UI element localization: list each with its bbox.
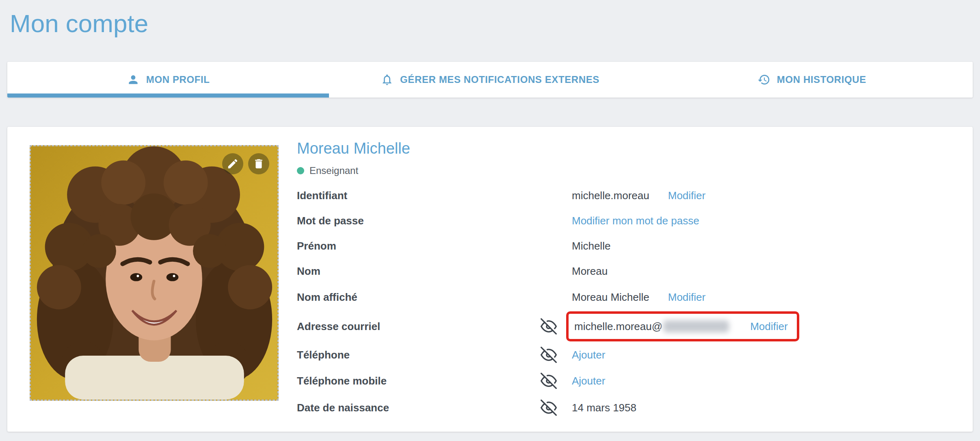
active-tab-indicator xyxy=(7,93,329,98)
add-telephone-link[interactable]: Ajouter xyxy=(572,349,605,361)
field-row-mot-de-passe: Mot de passe Modifier mon mot de passe xyxy=(297,208,947,233)
modify-display-name-link[interactable]: Modifier xyxy=(668,291,705,304)
visibility-off-icon xyxy=(541,400,572,416)
modify-identifiant-link[interactable]: Modifier xyxy=(668,189,705,202)
field-value: Moreau xyxy=(572,265,608,278)
field-row-identifiant: Identifiant michelle.moreau Modifier xyxy=(297,183,947,208)
tab-label: MON HISTORIQUE xyxy=(777,74,866,85)
field-value-email-user: michelle.moreau@ xyxy=(574,320,662,333)
annotation-highlight-box: michelle.moreau@ Modifier xyxy=(566,311,799,341)
field-label: Nom affiché xyxy=(297,291,541,304)
tab-notifications-externes[interactable]: GÉRER MES NOTIFICATIONS EXTERNES xyxy=(329,62,651,98)
field-value: 14 mars 1958 xyxy=(572,402,636,414)
field-label: Mot de passe xyxy=(297,215,541,227)
pencil-icon xyxy=(227,158,239,170)
field-value: michelle.moreau xyxy=(572,189,649,202)
field-label: Prénom xyxy=(297,240,541,252)
role-label: Enseignant xyxy=(309,165,358,176)
profile-display-name: Moreau Michelle xyxy=(297,140,410,157)
history-icon xyxy=(757,73,770,86)
field-label: Date de naissance xyxy=(297,402,541,414)
field-row-nom: Nom Moreau xyxy=(297,259,947,284)
tab-label: GÉRER MES NOTIFICATIONS EXTERNES xyxy=(400,74,599,85)
profile-card: Moreau Michelle Enseignant Identifiant m… xyxy=(7,127,973,432)
email-domain-redacted xyxy=(663,320,729,332)
profile-fields: Identifiant michelle.moreau Modifier Mot… xyxy=(297,183,947,421)
delete-photo-button[interactable] xyxy=(248,153,269,174)
tab-mon-historique[interactable]: MON HISTORIQUE xyxy=(651,62,973,98)
role-status-dot xyxy=(297,167,304,174)
field-row-date-naissance: Date de naissance 14 mars 1958 xyxy=(297,394,947,421)
visibility-off-icon xyxy=(541,373,572,389)
profile-photo xyxy=(30,145,279,401)
field-label: Téléphone mobile xyxy=(297,375,541,387)
tab-label: MON PROFIL xyxy=(146,74,210,85)
tab-bar: MON PROFIL GÉRER MES NOTIFICATIONS EXTER… xyxy=(7,62,973,98)
field-label: Nom xyxy=(297,265,541,278)
modify-email-link[interactable]: Modifier xyxy=(750,320,787,333)
field-label: Identifiant xyxy=(297,189,541,202)
field-row-prenom: Prénom Michelle xyxy=(297,233,947,259)
profile-role: Enseignant xyxy=(297,165,358,176)
field-label: Adresse courriel xyxy=(297,320,541,333)
visibility-off-icon xyxy=(541,347,572,363)
field-label: Téléphone xyxy=(297,349,541,361)
person-icon xyxy=(127,73,140,86)
field-row-telephone: Téléphone Ajouter xyxy=(297,342,947,367)
edit-photo-button[interactable] xyxy=(222,153,243,174)
add-mobile-link[interactable]: Ajouter xyxy=(572,375,605,387)
bell-icon xyxy=(381,73,394,86)
field-row-telephone-mobile: Téléphone mobile Ajouter xyxy=(297,367,947,394)
tab-mon-profil[interactable]: MON PROFIL xyxy=(7,62,329,98)
field-value: Moreau Michelle xyxy=(572,291,649,304)
portrait-image xyxy=(31,146,277,400)
modify-password-link[interactable]: Modifier mon mot de passe xyxy=(572,215,699,227)
field-row-adresse-courriel: Adresse courriel michelle.moreau@ Modifi… xyxy=(297,311,947,342)
field-row-nom-affiche: Nom affiché Moreau Michelle Modifier xyxy=(297,284,947,311)
trash-icon xyxy=(253,158,265,170)
page-title: Mon compte xyxy=(10,9,148,38)
field-value: Michelle xyxy=(572,240,610,252)
